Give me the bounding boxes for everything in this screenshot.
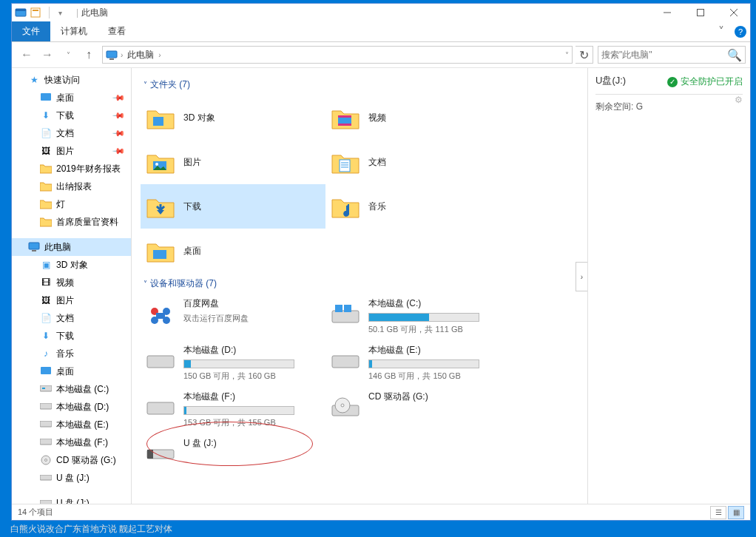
chevron-down-icon: ˅: [144, 81, 147, 89]
help-button[interactable]: ?: [731, 21, 750, 41]
sidebar-item-downloads[interactable]: ⬇下载: [12, 327, 131, 345]
picture-icon: 🖼: [40, 145, 52, 157]
document-icon: 📄: [40, 312, 52, 324]
nav-up-button[interactable]: ↑: [80, 46, 98, 64]
ribbon-expand-icon[interactable]: ˅: [712, 21, 731, 41]
drive-item-d[interactable]: 本地磁盘 (D:)150 GB 可用，共 160 GB: [141, 341, 325, 385]
nav-back-button[interactable]: ←: [18, 46, 36, 64]
svg-rect-10: [41, 93, 51, 101]
folder-item-3d-objects[interactable]: 3D 对象: [141, 95, 325, 140]
picture-icon: 🖼: [40, 294, 52, 306]
group-header-folders[interactable]: ˅文件夹 (7): [141, 74, 584, 95]
sidebar-item-quick-access[interactable]: ★快速访问: [12, 71, 131, 89]
help-icon: ?: [735, 26, 746, 38]
security-status: ✓安全防护已开启: [667, 75, 743, 88]
nav-forward-button[interactable]: →: [38, 46, 56, 64]
breadcrumb-sep-icon[interactable]: ›: [158, 51, 161, 59]
sidebar-item-music[interactable]: ♪音乐: [12, 345, 131, 362]
sidebar-item-videos[interactable]: 🎞视频: [12, 274, 131, 291]
disk-icon: [144, 344, 178, 378]
sidebar-item-disk-f[interactable]: 本地磁盘 (F:): [12, 433, 131, 451]
folder-item-videos[interactable]: 视频: [325, 95, 510, 140]
svg-rect-49: [147, 450, 153, 459]
main-content: ˅文件夹 (7) 3D 对象 视频 图片 文档 下载 音乐 桌面 ˅设备和驱动器…: [132, 68, 587, 504]
folder-3d-icon: [144, 101, 178, 135]
svg-rect-25: [338, 115, 351, 118]
address-dropdown-icon[interactable]: ˅: [565, 51, 569, 59]
nav-recent-button[interactable]: ˅: [59, 46, 77, 64]
sidebar-item-usb-j[interactable]: U 盘 (J:): [12, 469, 131, 487]
sidebar-item-pictures[interactable]: 🖼图片📌: [12, 142, 131, 160]
pc-icon: [28, 241, 40, 253]
disk-icon: [40, 383, 52, 395]
sidebar-item-3d-objects[interactable]: ▣3D 对象: [12, 256, 131, 274]
window-title: 此电脑: [81, 7, 108, 19]
gear-icon[interactable]: ⚙: [735, 95, 743, 105]
folder-item-desktop[interactable]: 桌面: [141, 229, 325, 273]
sidebar-item-desktop[interactable]: 桌面: [12, 362, 131, 380]
svg-rect-22: [40, 500, 52, 504]
view-icons-button[interactable]: ▦: [728, 506, 744, 519]
music-icon: ♪: [40, 348, 52, 359]
group-header-drives[interactable]: ˅设备和驱动器 (7): [141, 273, 584, 294]
folder-item-music[interactable]: 音乐: [325, 184, 510, 229]
svg-rect-3: [33, 10, 38, 11]
svg-rect-44: [147, 402, 174, 414]
drive-item-f[interactable]: 本地磁盘 (F:)153 GB 可用，共 155 GB: [141, 388, 325, 431]
view-details-button[interactable]: ☰: [710, 506, 726, 519]
search-box[interactable]: 🔍: [598, 46, 746, 64]
drive-item-usb-j[interactable]: U 盘 (J:): [141, 434, 325, 474]
sidebar-item-pictures[interactable]: 🖼图片: [12, 291, 131, 309]
folder-item-documents[interactable]: 文档: [325, 140, 510, 184]
sidebar-item-downloads[interactable]: ⬇下载📌: [12, 107, 131, 124]
tab-view[interactable]: 查看: [98, 21, 136, 41]
qat-dropdown-icon[interactable]: ▾: [54, 7, 66, 18]
sidebar: ★快速访问 桌面📌 ⬇下载📌 📄文档📌 🖼图片📌 2019年财务报表 出纳报表 …: [12, 68, 132, 504]
sidebar-item-documents[interactable]: 📄文档📌: [12, 124, 131, 142]
svg-rect-42: [147, 356, 174, 368]
desktop-icon: [40, 92, 52, 104]
folder-item-pictures[interactable]: 图片: [141, 140, 325, 184]
sidebar-item-folder-chief[interactable]: 首席质量官资料: [12, 213, 131, 231]
search-icon[interactable]: 🔍: [727, 48, 742, 62]
svg-rect-40: [335, 305, 342, 312]
breadcrumb[interactable]: 此电脑: [123, 49, 158, 61]
svg-rect-8: [107, 51, 117, 58]
capacity-bar: [183, 406, 294, 415]
folder-desktop-icon: [144, 234, 178, 268]
drive-item-e[interactable]: 本地磁盘 (E:)146 GB 可用，共 150 GB: [325, 341, 510, 385]
drive-item-c[interactable]: 本地磁盘 (C:)50.1 GB 可用，共 111 GB: [325, 294, 510, 338]
sidebar-item-folder-deng[interactable]: 灯: [12, 195, 131, 213]
sidebar-item-folder-fin2019[interactable]: 2019年财务报表: [12, 160, 131, 178]
sidebar-item-disk-d[interactable]: 本地磁盘 (D:): [12, 398, 131, 416]
sidebar-item-folder-cashier[interactable]: 出纳报表: [12, 178, 131, 195]
star-icon: ★: [28, 74, 40, 86]
folder-item-downloads[interactable]: 下载: [141, 184, 325, 229]
svg-rect-26: [338, 124, 351, 126]
drives-grid: 百度网盘双击运行百度网盘 本地磁盘 (C:)50.1 GB 可用，共 111 G…: [141, 294, 584, 477]
search-input[interactable]: [601, 50, 727, 60]
sidebar-item-documents[interactable]: 📄文档: [12, 309, 131, 327]
refresh-button[interactable]: ↻: [576, 46, 593, 64]
svg-rect-38: [156, 313, 165, 319]
sidebar-item-desktop[interactable]: 桌面📌: [12, 89, 131, 107]
close-button[interactable]: [717, 4, 750, 21]
folder-pictures-icon: [144, 145, 178, 179]
maximize-button[interactable]: [684, 4, 717, 21]
drive-item-baidu[interactable]: 百度网盘双击运行百度网盘: [141, 294, 325, 338]
disk-icon: [328, 344, 362, 378]
tab-computer[interactable]: 计算机: [50, 21, 98, 41]
drive-item-cd-g[interactable]: CD 驱动器 (G:): [325, 388, 510, 431]
qat-properties-icon[interactable]: [30, 7, 41, 18]
address-bar[interactable]: › 此电脑 › ˅: [102, 46, 573, 64]
sidebar-item-cd-g[interactable]: CD 驱动器 (G:): [12, 451, 131, 469]
sidebar-item-disk-c[interactable]: 本地磁盘 (C:): [12, 380, 131, 398]
minimize-button[interactable]: [650, 4, 684, 21]
svg-point-20: [45, 459, 47, 462]
details-expand-button[interactable]: ›: [576, 262, 587, 291]
sidebar-item-disk-e[interactable]: 本地磁盘 (E:): [12, 416, 131, 433]
tab-file[interactable]: 文件: [12, 21, 50, 41]
svg-rect-12: [32, 250, 36, 251]
sidebar-item-this-pc[interactable]: 此电脑: [12, 238, 131, 256]
sidebar-item-usb-j-2[interactable]: U 盘 (J:): [12, 494, 131, 504]
